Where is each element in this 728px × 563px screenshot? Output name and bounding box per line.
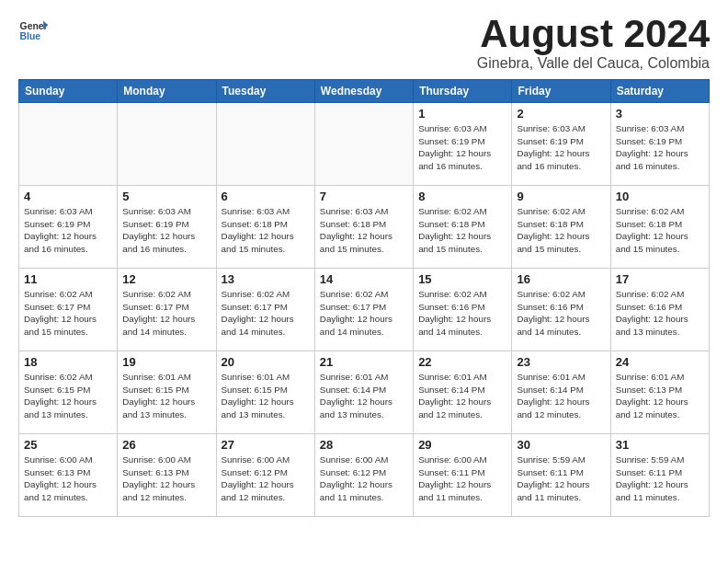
day-info: Sunrise: 6:02 AMSunset: 6:16 PMDaylight:…: [616, 288, 704, 339]
calendar-cell: 5Sunrise: 6:03 AMSunset: 6:19 PMDaylight…: [118, 186, 216, 269]
weekday-header-thursday: Thursday: [414, 80, 512, 103]
day-info: Sunrise: 6:02 AMSunset: 6:18 PMDaylight:…: [517, 205, 605, 256]
calendar-cell: 26Sunrise: 6:00 AMSunset: 6:13 PMDayligh…: [118, 434, 216, 517]
calendar-week-2: 4Sunrise: 6:03 AMSunset: 6:19 PMDaylight…: [19, 186, 710, 269]
day-info: Sunrise: 5:59 AMSunset: 6:11 PMDaylight:…: [616, 454, 704, 504]
day-info: Sunrise: 6:02 AMSunset: 6:15 PMDaylight:…: [24, 371, 112, 421]
day-number: 25: [24, 438, 112, 452]
day-number: 8: [418, 190, 506, 203]
day-number: 13: [222, 272, 310, 286]
day-number: 31: [616, 438, 704, 452]
day-info: Sunrise: 5:59 AMSunset: 6:11 PMDaylight:…: [517, 454, 605, 504]
calendar-cell: 10Sunrise: 6:02 AMSunset: 6:18 PMDayligh…: [610, 186, 709, 269]
day-number: 28: [320, 438, 408, 452]
day-number: 7: [320, 190, 408, 203]
day-number: 1: [418, 107, 506, 121]
calendar-week-5: 25Sunrise: 6:00 AMSunset: 6:13 PMDayligh…: [19, 434, 710, 517]
day-number: 15: [418, 272, 506, 286]
calendar-cell: [118, 103, 216, 186]
calendar-cell: 31Sunrise: 5:59 AMSunset: 6:11 PMDayligh…: [610, 434, 709, 517]
day-number: 3: [616, 107, 704, 121]
day-number: 19: [122, 355, 210, 369]
day-info: Sunrise: 6:02 AMSunset: 6:16 PMDaylight:…: [517, 288, 605, 339]
calendar-cell: [314, 103, 413, 186]
day-number: 18: [24, 355, 112, 369]
day-number: 23: [517, 355, 605, 369]
calendar-title: August 2024: [477, 15, 710, 53]
day-number: 9: [517, 190, 605, 203]
day-info: Sunrise: 6:01 AMSunset: 6:15 PMDaylight:…: [222, 371, 310, 421]
calendar-table: SundayMondayTuesdayWednesdayThursdayFrid…: [18, 79, 710, 517]
logo: General Blue: [18, 15, 48, 44]
calendar-cell: 19Sunrise: 6:01 AMSunset: 6:15 PMDayligh…: [118, 351, 216, 434]
day-number: 5: [122, 190, 210, 203]
title-block: August 2024 Ginebra, Valle del Cauca, Co…: [477, 15, 710, 72]
day-info: Sunrise: 6:03 AMSunset: 6:19 PMDaylight:…: [122, 205, 210, 256]
day-number: 27: [222, 438, 310, 452]
day-info: Sunrise: 6:00 AMSunset: 6:11 PMDaylight:…: [418, 454, 506, 504]
day-info: Sunrise: 6:03 AMSunset: 6:18 PMDaylight:…: [320, 205, 408, 256]
calendar-cell: 17Sunrise: 6:02 AMSunset: 6:16 PMDayligh…: [610, 269, 709, 351]
day-info: Sunrise: 6:00 AMSunset: 6:12 PMDaylight:…: [222, 454, 310, 504]
calendar-cell: 1Sunrise: 6:03 AMSunset: 6:19 PMDaylight…: [414, 103, 512, 186]
calendar-cell: 8Sunrise: 6:02 AMSunset: 6:18 PMDaylight…: [414, 186, 512, 269]
day-info: Sunrise: 6:02 AMSunset: 6:17 PMDaylight:…: [122, 288, 210, 339]
calendar-cell: 20Sunrise: 6:01 AMSunset: 6:15 PMDayligh…: [216, 351, 314, 434]
calendar-cell: 6Sunrise: 6:03 AMSunset: 6:18 PMDaylight…: [216, 186, 314, 269]
day-number: 6: [222, 190, 310, 203]
day-info: Sunrise: 6:02 AMSunset: 6:16 PMDaylight:…: [418, 288, 506, 339]
day-info: Sunrise: 6:02 AMSunset: 6:17 PMDaylight:…: [24, 288, 112, 339]
day-info: Sunrise: 6:02 AMSunset: 6:17 PMDaylight:…: [320, 288, 408, 339]
day-info: Sunrise: 6:00 AMSunset: 6:12 PMDaylight:…: [320, 454, 408, 504]
weekday-header-friday: Friday: [512, 80, 610, 103]
day-info: Sunrise: 6:03 AMSunset: 6:19 PMDaylight:…: [418, 122, 506, 173]
calendar-cell: 11Sunrise: 6:02 AMSunset: 6:17 PMDayligh…: [19, 269, 118, 351]
day-info: Sunrise: 6:01 AMSunset: 6:13 PMDaylight:…: [616, 371, 704, 421]
day-info: Sunrise: 6:01 AMSunset: 6:14 PMDaylight:…: [517, 371, 605, 421]
svg-text:Blue: Blue: [20, 31, 41, 41]
day-info: Sunrise: 6:03 AMSunset: 6:19 PMDaylight:…: [616, 122, 704, 173]
calendar-week-4: 18Sunrise: 6:02 AMSunset: 6:15 PMDayligh…: [19, 351, 710, 434]
day-info: Sunrise: 6:01 AMSunset: 6:15 PMDaylight:…: [122, 371, 210, 421]
day-info: Sunrise: 6:01 AMSunset: 6:14 PMDaylight:…: [418, 371, 506, 421]
calendar-cell: 7Sunrise: 6:03 AMSunset: 6:18 PMDaylight…: [314, 186, 413, 269]
day-number: 22: [418, 355, 506, 369]
calendar-cell: 25Sunrise: 6:00 AMSunset: 6:13 PMDayligh…: [19, 434, 118, 517]
calendar-cell: 29Sunrise: 6:00 AMSunset: 6:11 PMDayligh…: [414, 434, 512, 517]
day-info: Sunrise: 6:01 AMSunset: 6:14 PMDaylight:…: [320, 371, 408, 421]
day-number: 26: [122, 438, 210, 452]
day-number: 11: [24, 272, 112, 286]
calendar-cell: 14Sunrise: 6:02 AMSunset: 6:17 PMDayligh…: [314, 269, 413, 351]
day-number: 29: [418, 438, 506, 452]
calendar-cell: 13Sunrise: 6:02 AMSunset: 6:17 PMDayligh…: [216, 269, 314, 351]
day-info: Sunrise: 6:03 AMSunset: 6:19 PMDaylight:…: [24, 205, 112, 256]
day-number: 30: [517, 438, 605, 452]
day-info: Sunrise: 6:03 AMSunset: 6:18 PMDaylight:…: [222, 205, 310, 256]
day-info: Sunrise: 6:00 AMSunset: 6:13 PMDaylight:…: [24, 454, 112, 504]
day-number: 21: [320, 355, 408, 369]
calendar-week-3: 11Sunrise: 6:02 AMSunset: 6:17 PMDayligh…: [19, 269, 710, 351]
calendar-cell: 16Sunrise: 6:02 AMSunset: 6:16 PMDayligh…: [512, 269, 610, 351]
day-number: 4: [24, 190, 112, 203]
calendar-header-row: SundayMondayTuesdayWednesdayThursdayFrid…: [19, 80, 710, 103]
day-info: Sunrise: 6:00 AMSunset: 6:13 PMDaylight:…: [122, 454, 210, 504]
calendar-cell: 2Sunrise: 6:03 AMSunset: 6:19 PMDaylight…: [512, 103, 610, 186]
weekday-header-monday: Monday: [118, 80, 216, 103]
calendar-cell: 28Sunrise: 6:00 AMSunset: 6:12 PMDayligh…: [314, 434, 413, 517]
calendar-cell: 24Sunrise: 6:01 AMSunset: 6:13 PMDayligh…: [610, 351, 709, 434]
calendar-cell: 27Sunrise: 6:00 AMSunset: 6:12 PMDayligh…: [216, 434, 314, 517]
day-info: Sunrise: 6:02 AMSunset: 6:18 PMDaylight:…: [418, 205, 506, 256]
weekday-header-tuesday: Tuesday: [216, 80, 314, 103]
logo-icon: General Blue: [18, 15, 48, 44]
weekday-header-sunday: Sunday: [19, 80, 118, 103]
day-number: 10: [616, 190, 704, 203]
calendar-cell: 30Sunrise: 5:59 AMSunset: 6:11 PMDayligh…: [512, 434, 610, 517]
day-number: 14: [320, 272, 408, 286]
calendar-cell: 18Sunrise: 6:02 AMSunset: 6:15 PMDayligh…: [19, 351, 118, 434]
calendar-cell: [19, 103, 118, 186]
calendar-cell: 4Sunrise: 6:03 AMSunset: 6:19 PMDaylight…: [19, 186, 118, 269]
weekday-header-wednesday: Wednesday: [314, 80, 413, 103]
calendar-cell: 22Sunrise: 6:01 AMSunset: 6:14 PMDayligh…: [414, 351, 512, 434]
day-number: 20: [222, 355, 310, 369]
calendar-cell: 23Sunrise: 6:01 AMSunset: 6:14 PMDayligh…: [512, 351, 610, 434]
